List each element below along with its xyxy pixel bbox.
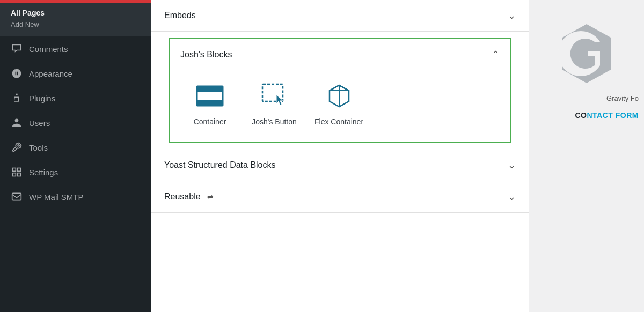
reusable-chevron-icon: ⌄ [508, 191, 516, 203]
yoast-section: Yoast Structured Data Blocks ⌄ [151, 150, 529, 181]
sidebar-item-tools[interactable]: Tools [0, 135, 151, 160]
joshs-button-label: Josh's Button [252, 117, 297, 126]
svg-rect-3 [13, 173, 16, 176]
svg-rect-7 [197, 86, 223, 92]
embeds-chevron-icon: ⌄ [508, 10, 516, 21]
right-panel: Gravity Fo CONTACT FORM [529, 0, 644, 312]
sidebar-item-appearance[interactable]: Appearance [0, 61, 151, 86]
blocks-grid: Container Josh's Button [170, 70, 510, 142]
svg-rect-5 [12, 193, 21, 200]
sidebar-item-comments[interactable]: Comments [0, 36, 151, 61]
all-pages-section: All Pages Add New [0, 3, 151, 36]
sidebar-item-label-tools: Tools [29, 143, 48, 152]
sidebar-item-label-appearance: Appearance [29, 69, 72, 78]
flex-container-icon-wrap [324, 81, 354, 111]
yoast-header[interactable]: Yoast Structured Data Blocks ⌄ [151, 150, 529, 181]
sidebar: All Pages Add New Comments Appearance Pl… [0, 0, 151, 312]
plugins-icon [11, 92, 23, 104]
main-content: Embeds ⌄ Josh's Blocks ⌃ [151, 0, 529, 312]
container-label: Container [194, 117, 226, 126]
yoast-label: Yoast Structured Data Blocks [164, 160, 276, 170]
add-new-link[interactable]: Add New [11, 20, 39, 28]
all-pages-title[interactable]: All Pages [11, 9, 140, 17]
sidebar-item-wp-mail-smtp[interactable]: WP Mail SMTP [0, 184, 151, 209]
embeds-label: Embeds [164, 11, 196, 20]
contact-prefix: CO [575, 111, 587, 120]
svg-point-0 [15, 119, 19, 123]
sidebar-item-plugins[interactable]: Plugins [0, 86, 151, 110]
block-item-container[interactable]: Container [186, 81, 234, 126]
svg-rect-4 [18, 173, 21, 176]
sidebar-item-label-settings: Settings [29, 168, 58, 177]
gravity-label: Gravity Fo [606, 94, 644, 102]
joshs-blocks-section: Josh's Blocks ⌃ Container [169, 38, 511, 143]
sidebar-item-label-wp-mail-smtp: WP Mail SMTP [29, 192, 83, 202]
joshs-blocks-wrapper: Josh's Blocks ⌃ Container [151, 32, 529, 143]
reusable-sync-icon: ⇌ [207, 192, 214, 201]
container-icon-wrap [195, 81, 225, 111]
joshs-blocks-chevron-icon: ⌃ [492, 49, 500, 61]
tools-icon [11, 142, 23, 153]
settings-icon [11, 166, 23, 178]
svg-rect-2 [18, 168, 21, 172]
reusable-header-text: Reusable ⇌ [164, 192, 214, 202]
comments-icon [11, 43, 23, 55]
embeds-section: Embeds ⌄ [151, 0, 529, 32]
joshs-blocks-header[interactable]: Josh's Blocks ⌃ [170, 39, 510, 70]
sidebar-item-label-comments: Comments [29, 44, 68, 54]
reusable-section: Reusable ⇌ ⌄ [151, 181, 529, 213]
svg-rect-1 [13, 168, 16, 172]
reusable-header[interactable]: Reusable ⇌ ⌄ [151, 181, 529, 212]
joshs-button-icon-wrap [259, 81, 289, 111]
flex-container-label: Flex Container [314, 117, 363, 126]
sidebar-item-users[interactable]: Users [0, 110, 151, 135]
block-item-flex-container[interactable]: Flex Container [314, 81, 363, 126]
appearance-icon [11, 68, 23, 79]
reusable-label: Reusable [164, 192, 201, 202]
joshs-blocks-label: Josh's Blocks [180, 50, 232, 60]
gravity-forms-logo [554, 21, 619, 86]
users-icon [11, 117, 23, 129]
contact-form-label: CONTACT FORM [575, 111, 645, 120]
block-item-joshs-button[interactable]: Josh's Button [250, 81, 298, 126]
sidebar-item-label-users: Users [29, 118, 50, 128]
sidebar-item-label-plugins: Plugins [29, 94, 55, 103]
sidebar-item-settings[interactable]: Settings [0, 160, 151, 184]
wp-mail-smtp-icon [11, 191, 23, 203]
embeds-header[interactable]: Embeds ⌄ [151, 0, 529, 31]
yoast-chevron-icon: ⌄ [508, 159, 516, 171]
svg-rect-8 [197, 100, 223, 106]
